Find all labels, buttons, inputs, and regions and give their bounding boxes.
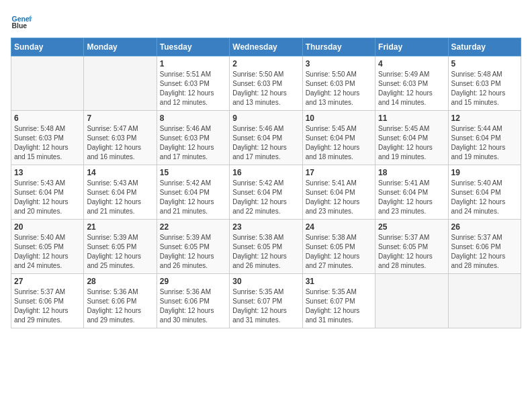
day-number: 29 bbox=[160, 277, 226, 286]
day-number: 25 bbox=[378, 222, 445, 232]
day-info: Sunrise: 5:37 AM Sunset: 6:06 PM Dayligh… bbox=[451, 233, 518, 271]
day-info: Sunrise: 5:49 AM Sunset: 6:03 PM Dayligh… bbox=[378, 70, 445, 107]
calendar-cell: 22Sunrise: 5:39 AM Sunset: 6:05 PM Dayli… bbox=[157, 220, 229, 274]
day-info: Sunrise: 5:48 AM Sunset: 6:03 PM Dayligh… bbox=[14, 124, 81, 162]
logo-icon: General Blue bbox=[11, 11, 32, 32]
day-number: 23 bbox=[232, 222, 299, 232]
calendar-cell: 13Sunrise: 5:43 AM Sunset: 6:04 PM Dayli… bbox=[11, 165, 84, 220]
calendar-cell: 2Sunrise: 5:50 AM Sunset: 6:03 PM Daylig… bbox=[230, 56, 302, 111]
day-info: Sunrise: 5:48 AM Sunset: 6:03 PM Dayligh… bbox=[451, 70, 518, 107]
day-info: Sunrise: 5:45 AM Sunset: 6:04 PM Dayligh… bbox=[378, 124, 445, 162]
day-number: 19 bbox=[451, 168, 518, 177]
weekday-header-tuesday: Tuesday bbox=[157, 38, 229, 56]
day-info: Sunrise: 5:43 AM Sunset: 6:04 PM Dayligh… bbox=[87, 179, 153, 216]
day-info: Sunrise: 5:41 AM Sunset: 6:04 PM Dayligh… bbox=[306, 179, 372, 216]
weekday-header-sunday: Sunday bbox=[11, 38, 84, 56]
calendar-cell: 9Sunrise: 5:46 AM Sunset: 6:04 PM Daylig… bbox=[230, 111, 302, 165]
day-info: Sunrise: 5:35 AM Sunset: 6:07 PM Dayligh… bbox=[232, 287, 299, 325]
day-number: 7 bbox=[87, 113, 153, 123]
calendar-cell bbox=[448, 274, 521, 328]
calendar-week-5: 27Sunrise: 5:37 AM Sunset: 6:06 PM Dayli… bbox=[11, 274, 521, 328]
calendar-cell: 20Sunrise: 5:40 AM Sunset: 6:05 PM Dayli… bbox=[11, 220, 84, 274]
day-number: 8 bbox=[160, 113, 226, 123]
page-header: General Blue bbox=[11, 11, 521, 32]
day-info: Sunrise: 5:45 AM Sunset: 6:04 PM Dayligh… bbox=[306, 124, 372, 162]
calendar-cell: 26Sunrise: 5:37 AM Sunset: 6:06 PM Dayli… bbox=[448, 220, 521, 274]
day-info: Sunrise: 5:44 AM Sunset: 6:04 PM Dayligh… bbox=[451, 124, 518, 162]
calendar-cell: 28Sunrise: 5:36 AM Sunset: 6:06 PM Dayli… bbox=[84, 274, 157, 328]
day-info: Sunrise: 5:46 AM Sunset: 6:04 PM Dayligh… bbox=[232, 124, 299, 162]
day-number: 27 bbox=[14, 277, 81, 286]
day-info: Sunrise: 5:36 AM Sunset: 6:06 PM Dayligh… bbox=[87, 287, 153, 325]
calendar-cell: 1Sunrise: 5:51 AM Sunset: 6:03 PM Daylig… bbox=[157, 56, 229, 111]
day-number: 13 bbox=[14, 168, 81, 177]
calendar-cell: 3Sunrise: 5:50 AM Sunset: 6:03 PM Daylig… bbox=[302, 56, 375, 111]
day-number: 4 bbox=[378, 59, 445, 68]
calendar-cell: 11Sunrise: 5:45 AM Sunset: 6:04 PM Dayli… bbox=[375, 111, 448, 165]
calendar-cell: 18Sunrise: 5:41 AM Sunset: 6:04 PM Dayli… bbox=[375, 165, 448, 220]
day-number: 17 bbox=[306, 168, 372, 177]
day-number: 21 bbox=[87, 222, 153, 232]
day-info: Sunrise: 5:42 AM Sunset: 6:04 PM Dayligh… bbox=[232, 179, 299, 216]
weekday-header-friday: Friday bbox=[375, 38, 448, 56]
calendar-cell: 5Sunrise: 5:48 AM Sunset: 6:03 PM Daylig… bbox=[448, 56, 521, 111]
day-info: Sunrise: 5:37 AM Sunset: 6:05 PM Dayligh… bbox=[378, 233, 445, 271]
day-number: 6 bbox=[14, 113, 81, 123]
day-number: 14 bbox=[87, 168, 153, 177]
calendar-cell: 23Sunrise: 5:38 AM Sunset: 6:05 PM Dayli… bbox=[230, 220, 302, 274]
day-info: Sunrise: 5:39 AM Sunset: 6:05 PM Dayligh… bbox=[160, 233, 226, 271]
calendar-cell: 21Sunrise: 5:39 AM Sunset: 6:05 PM Dayli… bbox=[84, 220, 157, 274]
calendar-cell: 14Sunrise: 5:43 AM Sunset: 6:04 PM Dayli… bbox=[84, 165, 157, 220]
calendar-cell: 16Sunrise: 5:42 AM Sunset: 6:04 PM Dayli… bbox=[230, 165, 302, 220]
day-info: Sunrise: 5:36 AM Sunset: 6:06 PM Dayligh… bbox=[160, 287, 226, 325]
day-info: Sunrise: 5:35 AM Sunset: 6:07 PM Dayligh… bbox=[306, 287, 372, 325]
weekday-header-wednesday: Wednesday bbox=[230, 38, 302, 56]
weekday-header-monday: Monday bbox=[84, 38, 157, 56]
calendar-cell: 15Sunrise: 5:42 AM Sunset: 6:04 PM Dayli… bbox=[157, 165, 229, 220]
calendar-cell: 27Sunrise: 5:37 AM Sunset: 6:06 PM Dayli… bbox=[11, 274, 84, 328]
day-info: Sunrise: 5:38 AM Sunset: 6:05 PM Dayligh… bbox=[232, 233, 299, 271]
day-number: 26 bbox=[451, 222, 518, 232]
svg-text:General: General bbox=[12, 15, 32, 23]
calendar-cell bbox=[11, 56, 84, 111]
day-info: Sunrise: 5:38 AM Sunset: 6:05 PM Dayligh… bbox=[306, 233, 372, 271]
day-number: 10 bbox=[306, 113, 372, 123]
day-number: 9 bbox=[232, 113, 299, 123]
day-number: 30 bbox=[232, 277, 299, 286]
day-info: Sunrise: 5:46 AM Sunset: 6:03 PM Dayligh… bbox=[160, 124, 226, 162]
calendar-cell: 12Sunrise: 5:44 AM Sunset: 6:04 PM Dayli… bbox=[448, 111, 521, 165]
calendar-cell: 6Sunrise: 5:48 AM Sunset: 6:03 PM Daylig… bbox=[11, 111, 84, 165]
calendar-cell bbox=[375, 274, 448, 328]
day-number: 28 bbox=[87, 277, 153, 286]
day-info: Sunrise: 5:47 AM Sunset: 6:03 PM Dayligh… bbox=[87, 124, 153, 162]
day-number: 5 bbox=[451, 59, 518, 68]
day-info: Sunrise: 5:43 AM Sunset: 6:04 PM Dayligh… bbox=[14, 179, 81, 216]
day-info: Sunrise: 5:40 AM Sunset: 6:04 PM Dayligh… bbox=[451, 179, 518, 216]
day-number: 3 bbox=[306, 59, 372, 68]
day-number: 18 bbox=[378, 168, 445, 177]
day-number: 22 bbox=[160, 222, 226, 232]
day-number: 31 bbox=[306, 277, 372, 286]
calendar-cell: 25Sunrise: 5:37 AM Sunset: 6:05 PM Dayli… bbox=[375, 220, 448, 274]
weekday-header-saturday: Saturday bbox=[448, 38, 521, 56]
calendar-cell: 7Sunrise: 5:47 AM Sunset: 6:03 PM Daylig… bbox=[84, 111, 157, 165]
day-info: Sunrise: 5:40 AM Sunset: 6:05 PM Dayligh… bbox=[14, 233, 81, 271]
calendar-cell: 29Sunrise: 5:36 AM Sunset: 6:06 PM Dayli… bbox=[157, 274, 229, 328]
calendar-cell: 8Sunrise: 5:46 AM Sunset: 6:03 PM Daylig… bbox=[157, 111, 229, 165]
day-number: 2 bbox=[232, 59, 299, 68]
calendar-table: SundayMondayTuesdayWednesdayThursdayFrid… bbox=[11, 38, 521, 328]
calendar-cell: 19Sunrise: 5:40 AM Sunset: 6:04 PM Dayli… bbox=[448, 165, 521, 220]
calendar-cell bbox=[84, 56, 157, 111]
day-number: 20 bbox=[14, 222, 81, 232]
svg-text:Blue: Blue bbox=[12, 22, 28, 30]
day-number: 12 bbox=[451, 113, 518, 123]
weekday-header-thursday: Thursday bbox=[302, 38, 375, 56]
logo: General Blue bbox=[11, 11, 35, 32]
day-info: Sunrise: 5:50 AM Sunset: 6:03 PM Dayligh… bbox=[306, 70, 372, 107]
day-number: 16 bbox=[232, 168, 299, 177]
day-info: Sunrise: 5:42 AM Sunset: 6:04 PM Dayligh… bbox=[160, 179, 226, 216]
day-info: Sunrise: 5:39 AM Sunset: 6:05 PM Dayligh… bbox=[87, 233, 153, 271]
calendar-week-3: 13Sunrise: 5:43 AM Sunset: 6:04 PM Dayli… bbox=[11, 165, 521, 220]
calendar-week-1: 1Sunrise: 5:51 AM Sunset: 6:03 PM Daylig… bbox=[11, 56, 521, 111]
day-number: 1 bbox=[160, 59, 226, 68]
